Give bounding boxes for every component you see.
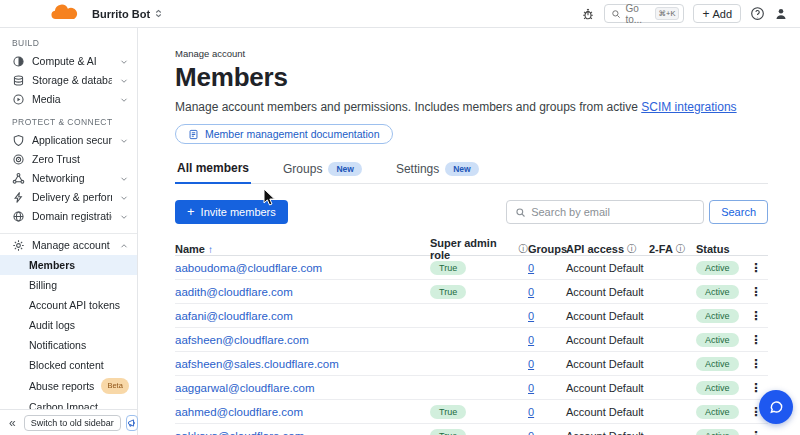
groups-count-link[interactable]: 0 [528,406,534,418]
global-search[interactable]: Go to... ⌘+K [604,4,684,23]
row-menu-button[interactable]: ⋮ [744,382,768,394]
bug-report-icon[interactable] [581,7,595,21]
chevron-down-icon [119,193,129,203]
row-menu-button[interactable]: ⋮ [744,430,768,435]
new-badge: New [445,162,478,176]
groups-count-link[interactable]: 0 [528,334,534,346]
member-search-box[interactable] [506,200,704,224]
sidebar-item-abuse-reports[interactable]: Abuse reportsBeta [0,375,137,397]
networking-icon [12,172,25,185]
account-switcher[interactable]: Burrito Bot [92,8,163,20]
status-badge: Active [696,285,739,299]
sidebar-item-compute-ai[interactable]: Compute & AI [0,52,137,71]
tab-all-members[interactable]: All members [175,156,251,184]
sidebar-section-heading: PROTECT & CONNECT [0,109,137,131]
api-access-value: Account Default [566,262,649,274]
info-icon[interactable]: ⓘ [519,243,529,256]
groups-count-link[interactable]: 0 [528,286,534,298]
member-email-link[interactable]: aakkaya@cloudflare.com [175,430,304,435]
new-badge: New [328,162,361,176]
table-row: aaboudoma@cloudflare.comTrue0Account Def… [175,256,768,280]
search-icon [515,207,526,218]
chevron-down-icon [119,136,129,146]
chevron-down-icon [119,57,129,67]
row-menu-button[interactable]: ⋮ [744,310,768,322]
groups-count-link[interactable]: 0 [528,310,534,322]
row-menu-button[interactable]: ⋮ [744,262,768,274]
sidebar-item-account-api-tokens[interactable]: Account API tokens [0,295,137,315]
add-button[interactable]: + Add [693,4,741,23]
cloudflare-logo-icon[interactable] [48,4,82,24]
status-badge: Active [696,381,739,395]
sidebar-item-audit-logs[interactable]: Audit logs [0,315,137,335]
member-email-link[interactable]: aaboudoma@cloudflare.com [175,262,322,274]
member-email-link[interactable]: aafsheen@sales.cloudflare.com [175,358,339,370]
sidebar-item-carbon-impact-report[interactable]: Carbon Impact Report [0,397,137,409]
api-access-value: Account Default [566,406,649,418]
invite-members-button[interactable]: + Invite members [175,200,288,224]
super-admin-badge: True [430,261,466,275]
groups-count-link[interactable]: 0 [528,358,534,370]
sidebar-section-heading: BUILD [0,30,137,52]
collapse-sidebar-icon[interactable]: « [6,416,19,430]
search-by-email-input[interactable] [531,206,695,218]
top-bar-actions: Go to... ⌘+K + Add [581,4,788,23]
status-badge: Active [696,405,739,419]
super-admin-badge: True [430,285,466,299]
row-menu-button[interactable]: ⋮ [744,358,768,370]
member-email-link[interactable]: aaggarwal@cloudflare.com [175,382,315,394]
table-body: aaboudoma@cloudflare.comTrue0Account Def… [175,256,768,435]
feedback-icon[interactable] [126,415,138,431]
sidebar-item-blocked-content[interactable]: Blocked content [0,355,137,375]
sidebar-item-manage-account[interactable]: Manage account [0,236,137,255]
sidebar-item-networking[interactable]: Networking [0,169,137,188]
column-groups: Groups [528,243,566,255]
groups-count-link[interactable]: 0 [528,382,534,394]
document-icon [188,129,199,140]
page-title: Members [175,62,768,93]
member-email-link[interactable]: aafani@cloudflare.com [175,310,293,322]
sidebar-item-storage-databases[interactable]: Storage & databases [0,71,137,90]
sidebar-item-domain-registration[interactable]: Domain registration [0,207,137,226]
groups-count-link[interactable]: 0 [528,262,534,274]
column-name[interactable]: Name ↑ [175,243,430,255]
sidebar-item-members[interactable]: Members [0,255,137,275]
storage-databases-icon [12,74,25,87]
page-description: Manage account members and permissions. … [175,100,768,114]
super-admin-badge: True [430,405,466,419]
member-email-link[interactable]: aahmed@cloudflare.com [175,406,303,418]
sort-asc-icon: ↑ [208,244,213,255]
table-header: Name ↑ Super admin role ⓘ Groups API acc… [175,237,768,256]
support-chat-button[interactable] [759,390,793,424]
breadcrumb: Manage account [175,48,768,59]
switch-old-sidebar-button[interactable]: Switch to old sidebar [24,415,121,431]
top-bar: Burrito Bot Go to... ⌘+K + Add [0,0,800,28]
sidebar-item-billing[interactable]: Billing [0,275,137,295]
tab-groups[interactable]: Groups New [281,156,364,183]
media-icon [12,93,25,106]
member-email-link[interactable]: aafsheen@cloudflare.com [175,334,309,346]
search-button[interactable]: Search [709,200,768,224]
help-icon[interactable] [750,6,765,21]
tab-settings[interactable]: Settings New [394,156,481,183]
sidebar-item-delivery-performance[interactable]: Delivery & performance [0,188,137,207]
sidebar-item-zero-trust[interactable]: Zero Trust [0,150,137,169]
sidebar-item-notifications[interactable]: Notifications [0,335,137,355]
sidebar-item-application-security[interactable]: Application security [0,131,137,150]
groups-count-link[interactable]: 0 [528,430,534,435]
sidebar-nav: BUILDCompute & AIStorage & databasesMedi… [0,28,137,409]
info-icon[interactable]: ⓘ [676,243,686,256]
member-email-link[interactable]: aadith@cloudflare.com [175,286,293,298]
info-icon[interactable]: ⓘ [627,243,637,256]
column-api-access: API access ⓘ [566,243,649,256]
row-menu-button[interactable]: ⋮ [744,334,768,346]
api-access-value: Account Default [566,310,649,322]
row-menu-button[interactable]: ⋮ [744,286,768,298]
api-access-value: Account Default [566,382,649,394]
user-profile-icon[interactable] [774,7,788,21]
sidebar-item-media[interactable]: Media [0,90,137,109]
scim-integrations-link[interactable]: SCIM integrations [641,100,736,114]
search-icon [611,9,621,19]
api-access-value: Account Default [566,430,649,435]
member-docs-button[interactable]: Member management documentation [175,124,393,144]
